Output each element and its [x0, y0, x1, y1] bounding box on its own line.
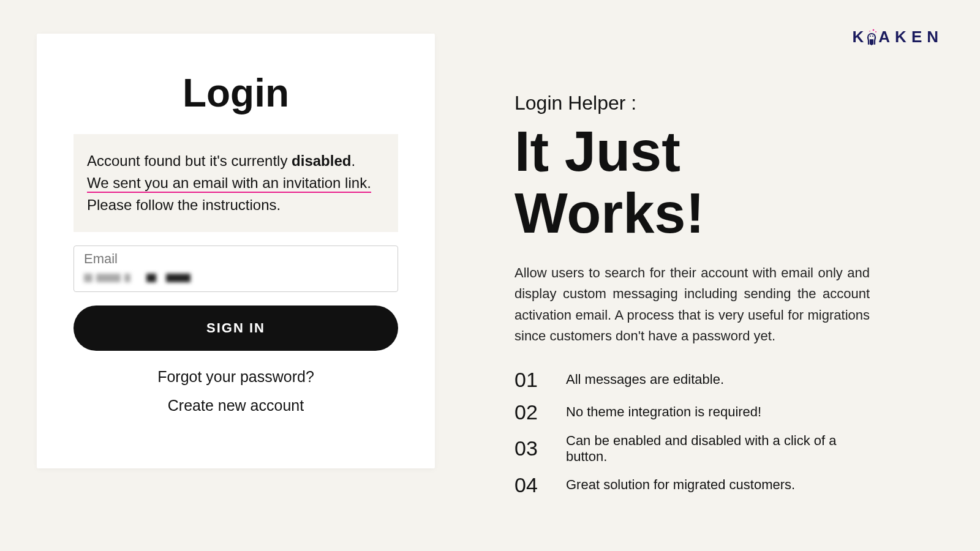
svg-point-2	[870, 31, 871, 32]
create-account-link[interactable]: Create new account	[168, 397, 304, 414]
helper-headline: It Just Works!	[514, 121, 870, 244]
feature-num: 04	[514, 473, 548, 497]
feature-item: 02 No theme integration is required!	[514, 400, 870, 424]
email-field-wrapper[interactable]: Email	[74, 246, 398, 292]
feature-item: 04 Great solution for migrated customers…	[514, 473, 870, 497]
helper-subtitle: Login Helper :	[514, 92, 870, 114]
msg-underlined: We sent you an email with an invitation …	[87, 174, 371, 193]
msg-part1: Account found but it's currently	[87, 152, 292, 169]
login-card: Login Account found but it's currently d…	[37, 34, 435, 468]
feature-text: No theme integration is required!	[566, 404, 761, 420]
email-label: Email	[84, 251, 388, 267]
feature-item: 03 Can be enabled and disabled with a cl…	[514, 433, 870, 465]
svg-point-0	[873, 29, 875, 31]
status-message: Account found but it's currently disable…	[74, 134, 398, 232]
msg-bold: disabled	[292, 152, 351, 169]
svg-point-1	[875, 31, 876, 32]
email-input-blurred[interactable]	[84, 271, 388, 285]
feature-num: 01	[514, 368, 548, 392]
feature-num: 03	[514, 437, 548, 460]
feature-item: 01 All messages are editable.	[514, 368, 870, 392]
msg-line3: Please follow the instructions.	[87, 194, 385, 216]
svg-point-4	[872, 36, 873, 37]
brand-logo: K AKEN	[853, 28, 943, 47]
feature-text: Can be enabled and disabled with a click…	[566, 433, 870, 465]
feature-text: Great solution for migrated customers.	[566, 477, 795, 493]
svg-point-3	[870, 36, 871, 37]
feature-num: 02	[514, 400, 548, 424]
sign-in-button[interactable]: SIGN IN	[74, 305, 398, 351]
login-title: Login	[74, 70, 398, 116]
feature-text: All messages are editable.	[566, 372, 724, 388]
feature-list: 01 All messages are editable. 02 No them…	[514, 368, 870, 497]
kraken-icon	[865, 29, 878, 46]
helper-description: Allow users to search for their account …	[514, 263, 870, 346]
forgot-password-link[interactable]: Forgot your password?	[157, 368, 314, 385]
msg-part2: .	[351, 152, 355, 169]
